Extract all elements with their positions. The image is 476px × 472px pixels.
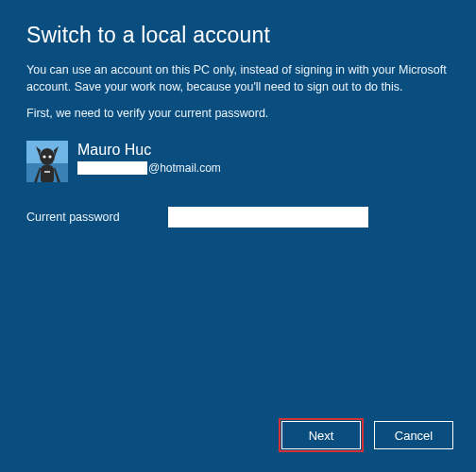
svg-point-0: [40, 148, 55, 165]
svg-point-2: [48, 156, 51, 159]
email-redacted: [77, 161, 147, 175]
svg-rect-4: [44, 171, 50, 173]
avatar: [26, 141, 68, 182]
svg-point-1: [42, 156, 45, 159]
cancel-button[interactable]: Cancel: [374, 421, 453, 449]
page-title: Switch to a local account: [26, 23, 450, 48]
next-button[interactable]: Next: [281, 421, 361, 449]
user-name: Mauro Huc: [77, 142, 221, 159]
description-text: You can use an account on this PC only, …: [26, 61, 450, 95]
avatar-icon: [26, 141, 68, 182]
password-input[interactable]: [168, 207, 368, 228]
dialog-content: Switch to a local account You can use an…: [0, 0, 476, 228]
user-email: @hotmail.com: [77, 161, 221, 175]
password-label: Current password: [26, 211, 140, 224]
email-domain: @hotmail.com: [148, 161, 221, 175]
verify-text: First, we need to verify your current pa…: [26, 107, 450, 120]
user-block: Mauro Huc @hotmail.com: [26, 141, 450, 182]
svg-rect-3: [41, 165, 54, 182]
button-bar: Next Cancel: [281, 421, 453, 449]
user-text: Mauro Huc @hotmail.com: [77, 141, 221, 175]
password-row: Current password: [26, 207, 450, 228]
